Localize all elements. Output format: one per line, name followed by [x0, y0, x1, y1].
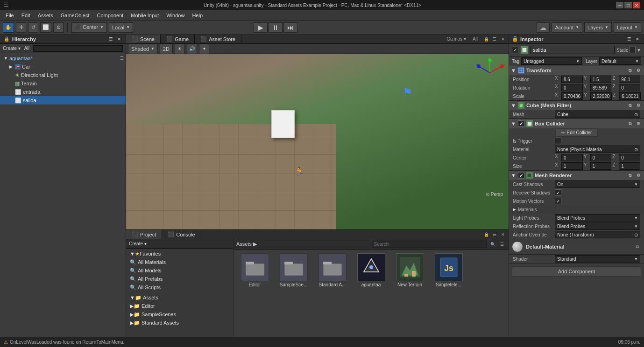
tab-scene[interactable]: ⬛ Scene	[126, 35, 161, 43]
scene-audio-toggle[interactable]: 🔊	[187, 44, 197, 54]
scl-y-field[interactable]: 2.62020	[590, 92, 612, 100]
menu-window[interactable]: Window	[163, 12, 188, 19]
scene-viewport[interactable]: ⚑ Y X Z	[126, 54, 509, 229]
menu-help[interactable]: Help	[188, 12, 206, 19]
inspector-lock[interactable]: 🔒	[512, 36, 518, 42]
favorites-header[interactable]: ▼ ★ Favorites	[126, 250, 233, 258]
pos-y-field[interactable]: 1.5	[590, 76, 612, 83]
hierarchy-search[interactable]	[33, 45, 123, 52]
sy-field[interactable]: 1	[590, 162, 612, 170]
inspector-options[interactable]: ☰	[625, 35, 633, 43]
fav-all-prefabs[interactable]: 🔍 All Prefabs	[126, 275, 233, 283]
tab-project[interactable]: ⬛ Project	[126, 230, 162, 239]
tool-scale[interactable]: ⬜	[40, 22, 51, 33]
asset-standard[interactable]: Standard A...	[315, 253, 350, 333]
play-button[interactable]: ▶	[254, 22, 268, 33]
fav-all-materials[interactable]: 🔍 All Materials	[126, 258, 233, 266]
scl-z-field[interactable]: 6.18021	[619, 92, 641, 100]
asset-samplescenes[interactable]: SampleSce...	[276, 253, 311, 333]
layout-dropdown[interactable]: Layout ▼	[614, 22, 641, 33]
menu-mobile-input[interactable]: Mobile Input	[127, 12, 163, 19]
tool-move[interactable]: ✛	[16, 22, 26, 33]
bottom-close[interactable]: ✕	[499, 231, 507, 238]
materials-label[interactable]: Materials	[518, 207, 560, 212]
rot-y-field[interactable]: 89.589	[590, 84, 612, 91]
is-trigger-checkbox[interactable]	[555, 138, 561, 144]
object-name-field[interactable]	[531, 46, 615, 54]
center-dropdown[interactable]: ⬛ Center ▼	[71, 22, 107, 33]
hier-item-car[interactable]: ▶ 🚗 Car	[0, 62, 126, 71]
material-val-circle[interactable]: ⊙	[634, 147, 638, 152]
hierarchy-options[interactable]: ☰	[107, 35, 114, 43]
hierarchy-close[interactable]: ✕	[115, 35, 123, 43]
tool-rotate[interactable]: ↺	[28, 22, 38, 33]
close-button[interactable]: ✕	[633, 2, 640, 8]
tab-asset-store[interactable]: ⬛ Asset Store	[195, 35, 241, 43]
mesh-filter-header[interactable]: ▼ ▦ Cube (Mesh Filter) ⧉ ⚙	[509, 101, 644, 110]
maximize-button[interactable]: □	[624, 2, 632, 8]
material-copy-btn[interactable]: ⧉	[634, 243, 641, 250]
menu-file[interactable]: File	[2, 12, 18, 19]
reflection-probes-dropdown[interactable]: Blend Probes ▼	[555, 222, 640, 230]
anchor-override-circle[interactable]: ⊙	[634, 232, 638, 237]
mesh-val-circle[interactable]: ⊙	[634, 112, 638, 117]
edit-collider-button[interactable]: ✏ Edit Collider	[555, 129, 598, 137]
scene-options[interactable]: ☰	[491, 35, 498, 43]
transform-copy[interactable]: ⧉	[626, 67, 634, 74]
asset-new-terrain[interactable]: New Terrain	[392, 253, 427, 333]
gizmos-control[interactable]: Gizmos ▾	[443, 35, 470, 42]
asset-search-icon[interactable]: 🔍	[489, 241, 496, 248]
layer-dropdown[interactable]: Default ▼	[599, 57, 641, 65]
fav-all-scripts[interactable]: 🔍 All Scripts	[126, 283, 233, 291]
shading-dropdown[interactable]: Shaded ▼	[128, 44, 158, 54]
local-dropdown[interactable]: Local ▼	[109, 22, 133, 33]
pos-x-field[interactable]: 8.6	[561, 76, 583, 83]
hier-item-terrain[interactable]: ▦ Terrain	[0, 79, 126, 88]
static-arrow[interactable]: ▼	[637, 48, 641, 53]
minimize-button[interactable]: ─	[616, 2, 623, 8]
scene-light-toggle[interactable]: ☀	[175, 44, 185, 54]
scl-x-field[interactable]: 0.70436	[561, 92, 583, 100]
tag-dropdown[interactable]: Untagged ▼	[521, 57, 582, 65]
sz-field[interactable]: 1	[619, 162, 640, 170]
pause-button[interactable]: ⏸	[269, 22, 283, 33]
tool-rect[interactable]: ⊙	[53, 22, 64, 33]
cx-field[interactable]: 0	[561, 154, 583, 161]
all-filter[interactable]: All	[24, 46, 29, 51]
mesh-renderer-header[interactable]: ▼ ⬛ Mesh Renderer ⧉ ⚙	[509, 171, 644, 180]
assets-samplescenes[interactable]: ▶ 📁 SampleScenes	[126, 310, 233, 319]
menu-edit[interactable]: Edit	[18, 12, 34, 19]
shader-dropdown[interactable]: Standard ▼	[555, 255, 640, 263]
asset-filter-icon[interactable]: ☰	[498, 241, 506, 248]
material-field[interactable]: None (Physic Materia ⊙	[555, 146, 640, 153]
cz-field[interactable]: 0	[619, 154, 640, 161]
menu-gameobject[interactable]: GameObject	[57, 12, 93, 19]
tab-game[interactable]: ⬛ Game	[161, 35, 195, 43]
static-checkbox[interactable]	[629, 47, 636, 53]
rot-z-field[interactable]: 0	[619, 84, 640, 91]
box-collider-enabled[interactable]	[518, 120, 524, 127]
mesh-filter-settings[interactable]: ⚙	[635, 102, 642, 109]
light-probes-dropdown[interactable]: Blend Probes ▼	[555, 214, 640, 222]
hier-scene-root[interactable]: ▼ aguantaa* ☰	[0, 54, 126, 62]
scene-lock[interactable]: 🔒	[482, 35, 490, 43]
account-dropdown[interactable]: Account ▼	[552, 22, 582, 33]
assets-standard[interactable]: ▶ 📁 Standard Assets	[126, 319, 233, 327]
transform-settings[interactable]: ⚙	[635, 67, 642, 74]
mesh-value-field[interactable]: Cube ⊙	[555, 111, 640, 118]
motion-vectors-checkbox[interactable]	[555, 198, 561, 204]
fav-all-models[interactable]: 🔍 All Models	[126, 266, 233, 275]
scene-fx-toggle[interactable]: ✦	[199, 44, 209, 54]
menu-assets[interactable]: Assets	[34, 12, 57, 19]
tab-console[interactable]: ⬛ Console	[162, 230, 201, 239]
project-create-dropdown[interactable]: Create ▾	[129, 241, 147, 246]
scene-close[interactable]: ✕	[499, 35, 507, 43]
cloud-button[interactable]: ☁	[537, 22, 550, 33]
asset-search-input[interactable]	[372, 241, 487, 248]
box-collider-header[interactable]: ▼ ⬜ Box Collider ⧉ ⚙	[509, 119, 644, 128]
2d-button[interactable]: 2D	[160, 44, 173, 54]
assets-editor[interactable]: ▶ 📁 Editor	[126, 302, 233, 310]
asset-simpletele[interactable]: Js Simpletele...	[431, 253, 466, 333]
transform-header[interactable]: ▼ Transform ⧉ ⚙	[509, 66, 644, 75]
inspector-close[interactable]: ✕	[634, 35, 641, 43]
